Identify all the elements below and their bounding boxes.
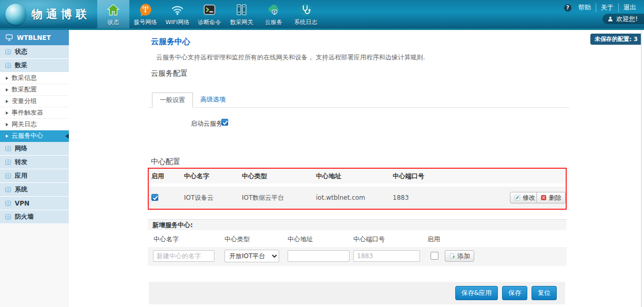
tab-general-settings[interactable]: 一般设置 (152, 93, 193, 108)
cloud-icon (267, 3, 281, 17)
sidebar-subitem-label: 云服务中心 (12, 131, 43, 140)
welcome-pill[interactable]: 欢迎您! (602, 14, 644, 24)
add-label-type: 中心类型 (224, 235, 250, 244)
column-header-address: 中心地址 (316, 169, 341, 183)
nav-label: 拨号网络 (134, 18, 157, 26)
center-type-select[interactable]: 开放IOT平台 (224, 250, 279, 262)
sidebar-item-data-collection[interactable]: 数采 (0, 59, 69, 73)
caret-right-icon (6, 111, 8, 115)
cell-center-address: iot.wtblnet.com (316, 187, 365, 209)
add-icon (449, 253, 455, 259)
sidebar-subitem-dc-info[interactable]: 数采信息 (0, 73, 69, 84)
sidebar-item-label: 转发 (15, 158, 27, 167)
sidebar-item-label: 数采 (15, 61, 27, 70)
sidebar-subitem-event-trigger[interactable]: 事件触发器 (0, 107, 69, 119)
cell-center-name: IOT设备云 (184, 187, 213, 209)
top-nav: 状态 拨号网络 WIFI网络 诊断命令 数采网关 云服务 系统日志 (97, 0, 322, 28)
sidebar-item-network[interactable]: 网络 (0, 142, 69, 156)
delete-button-label: 删除 (549, 193, 561, 202)
nav-item-dial-network[interactable]: 拨号网络 (129, 0, 161, 28)
nav-label: WIFI网络 (166, 18, 190, 26)
caret-right-icon (6, 77, 8, 80)
page-description: 云服务中心支持远程管理和监控所有的在线网关和设备， 支持远程部署应用程序和边缘计… (156, 53, 425, 62)
app-header: 物通博联 状态 拨号网络 WIFI网络 诊断命令 数采网关 云服务 系统日 (0, 0, 644, 30)
edit-button-label: 修改 (523, 193, 535, 202)
row-enable-checkbox[interactable] (151, 194, 158, 201)
nav-item-system-log[interactable]: 系统日志 (290, 0, 322, 28)
sidebar-subitem-cloud-center[interactable]: 云服务中心 (0, 130, 69, 142)
help-link[interactable]: 帮助 (574, 3, 596, 12)
sidebar-title-label: WTBLNET (17, 34, 51, 42)
delete-button[interactable]: 删除 (536, 192, 566, 203)
enable-cloud-checkbox[interactable] (221, 119, 228, 126)
sidebar-item-firewall[interactable]: 防火墙 (0, 210, 69, 224)
tab-advanced-options[interactable]: 高级选项 (193, 92, 233, 107)
nav-item-cloud-service[interactable]: 云服务 (258, 0, 290, 28)
panel-icon (5, 172, 12, 179)
user-icon (607, 16, 614, 22)
welcome-text: 欢迎您! (616, 15, 638, 24)
nav-label: 系统日志 (294, 18, 318, 26)
sidebar-subitem-dc-config[interactable]: 数采配置 (0, 84, 69, 96)
nav-item-diagnostic-command[interactable]: 诊断命令 (193, 0, 226, 28)
panel-icon (5, 213, 12, 220)
sidebar-item-label: 防火墙 (15, 212, 34, 221)
sidebar-item-applications[interactable]: 应用 (0, 169, 69, 183)
center-config-table: 启用 中心名字 中心类型 中心地址 中心端口号 IOT设备云 IOT数据云平台 … (148, 168, 567, 210)
sidebar-item-vpn[interactable]: VPN (0, 197, 69, 210)
sidebar-item-label: 网络 (15, 144, 27, 153)
center-address-input[interactable] (288, 250, 350, 262)
reset-button[interactable]: 复位 (531, 286, 557, 300)
sidebar-item-status[interactable]: 状态 (0, 45, 69, 59)
panel-icon (5, 200, 12, 207)
caret-right-icon (6, 100, 8, 103)
center-name-input[interactable] (153, 250, 214, 262)
panel-icon (5, 62, 12, 69)
add-center-labels-row: 中心名字 中心类型 中心地址 中心端口号 启用 (148, 230, 567, 247)
nav-item-status[interactable]: 状态 (97, 0, 129, 28)
section-title-cloud-config: 云服务配置 (151, 69, 188, 78)
add-enable-checkbox[interactable] (431, 252, 438, 260)
nav-item-wifi-network[interactable]: WIFI网络 (161, 0, 193, 28)
sidebar-item-label: VPN (15, 200, 29, 207)
sidebar-device-title: WTBLNET (0, 30, 69, 45)
footer-action-bar: 保存&应用 保存 复位 (149, 282, 565, 304)
save-apply-button[interactable]: 保存&应用 (455, 286, 498, 300)
nav-item-data-gateway[interactable]: 数采网关 (226, 0, 258, 28)
column-header-enable: 启用 (151, 169, 164, 183)
sidebar-subitem-label: 变量分组 (12, 97, 37, 106)
sidebar-item-forwarding[interactable]: 转发 (0, 156, 69, 169)
section-title-center-config: 中心配置 (151, 157, 180, 167)
save-button[interactable]: 保存 (502, 286, 527, 300)
panel-icon (5, 186, 12, 193)
nav-label: 状态 (108, 18, 119, 26)
edit-button[interactable]: 修改 (510, 192, 539, 203)
brand: 物通博联 (5, 4, 90, 25)
delete-icon (540, 195, 547, 201)
panel-icon (5, 159, 12, 166)
top-links: ? 帮助 关于 退出 (564, 3, 641, 12)
sidebar-subitem-label: 网关日志 (12, 120, 37, 129)
sidebar-item-system[interactable]: 系统 (0, 183, 69, 197)
about-link[interactable]: 关于 (596, 3, 618, 12)
caret-right-icon (6, 135, 8, 138)
brand-logo-icon (5, 4, 26, 25)
add-label-address: 中心地址 (288, 235, 313, 244)
table-row: IOT设备云 IOT数据云平台 iot.wtblnet.com 1883 修改 … (149, 187, 566, 209)
unsaved-config-badge[interactable]: 未保存的配置: 3 (590, 34, 642, 45)
sidebar-subitem-label: 数采信息 (12, 74, 37, 83)
sidebar-item-label: 系统 (15, 185, 27, 194)
nav-label: 云服务 (265, 18, 282, 26)
center-port-input[interactable] (353, 250, 420, 262)
add-label-name: 中心名字 (154, 235, 179, 244)
add-center-inputs-row: 开放IOT平台 添加 (148, 247, 567, 266)
sidebar-subitem-gateway-log[interactable]: 网关日志 (0, 119, 69, 130)
add-button[interactable]: 添加 (445, 250, 474, 262)
add-button-label: 添加 (457, 252, 470, 261)
dial-network-icon (138, 3, 152, 17)
scrollbar-track[interactable] (641, 30, 642, 307)
nav-label: 数采网关 (230, 18, 253, 26)
column-header-port: 中心端口号 (393, 169, 424, 183)
sidebar-subitem-variable-group[interactable]: 变量分组 (0, 96, 69, 107)
logout-link[interactable]: 退出 (618, 3, 641, 12)
